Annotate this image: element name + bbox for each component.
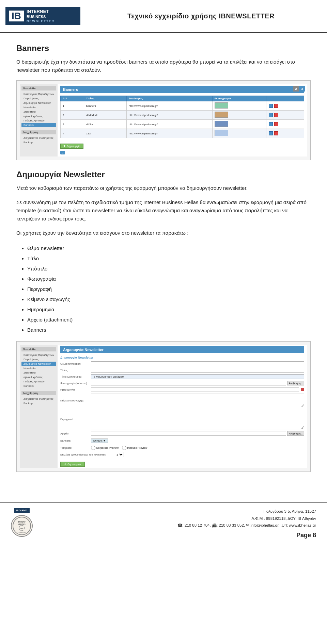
- field-date: Ημερομηνία:: [60, 387, 304, 392]
- logo-text: INTERNET BUSINESS NEWSLETTER: [27, 9, 54, 23]
- sidebar-item2-recipients[interactable]: Παραλήπτες: [21, 357, 56, 362]
- create-icon: ✚: [64, 463, 66, 466]
- input-title[interactable]: [91, 368, 304, 373]
- input-title2[interactable]: [91, 374, 304, 379]
- sidebar-item2-backup[interactable]: Backup: [21, 401, 56, 406]
- newsletter-screenshot: Newsletter Κατηγορίας Παραλήπτων Παραλήπ…: [16, 341, 311, 472]
- sidebar-item-create-newsletter[interactable]: Δημιουργία Newsletter: [21, 101, 56, 105]
- banners-add-area: ✚ Δημιουργία: [60, 141, 304, 149]
- file-search-btn[interactable]: Αναζήτηση...: [287, 431, 304, 436]
- delete-btn[interactable]: [274, 104, 278, 108]
- sidebar-item-opinions[interactable]: Γνώμες Χρηστών: [21, 118, 56, 123]
- input-date[interactable]: [91, 387, 299, 392]
- newsletter-details: Σε συνεννόηση με τον πελάτη το σχεδιαστι…: [16, 198, 311, 223]
- page-number: Page 8: [41, 532, 316, 539]
- list-item: Περιγραφή: [27, 284, 311, 294]
- sidebar-item-admins[interactable]: Διαχειριστές συστήματος: [21, 136, 56, 140]
- sidebar-item-categories[interactable]: Κατηγορίας Παραλήπτων: [21, 92, 56, 96]
- sidebar-manage-group: Διαχείρηση: [21, 130, 56, 134]
- label-file: Αρχείο:: [60, 432, 91, 435]
- footer: ISO 9001 BUREAU VERITAS 1828 Certificati…: [0, 502, 327, 542]
- footer-contact-block: Πολυγύρου 3-5, Αθήνα, 11527 Α.Φ.Μ : 9981…: [41, 508, 316, 539]
- svg-text:VERITAS: VERITAS: [18, 523, 26, 525]
- page-num[interactable]: 1: [60, 151, 65, 154]
- delete-btn[interactable]: [274, 122, 278, 126]
- list-item: Ημερομηνία: [27, 304, 311, 315]
- create-newsletter-btn[interactable]: ✚ Δημιουργία: [60, 462, 85, 467]
- newsletter-features-list: Θέμα newsletter Τίτλο Υπότιτλο Φωτογραφί…: [16, 243, 311, 335]
- label-num-articles: Επιλέξτε αριθμό άρθρων του newsletter:: [60, 453, 115, 456]
- edit-btn[interactable]: [269, 122, 273, 126]
- sidebar-item2-newsletter[interactable]: Newsletter: [21, 366, 56, 370]
- logo: IB INTERNET BUSINESS NEWSLETTER: [5, 7, 80, 26]
- sidebar-item2-categories[interactable]: Κατηγορίας Παραλήπτων: [21, 353, 56, 357]
- sidebar-item-newsletter[interactable]: Newsletter: [21, 105, 56, 110]
- cell-img: [212, 111, 266, 120]
- field-banners: Banners: Επιλέξτε ▼: [60, 437, 304, 444]
- photo-search-btn[interactable]: Αναζήτηση...: [287, 381, 304, 385]
- select-num-articles[interactable]: 1 2 3: [115, 452, 124, 457]
- cell-title: 113: [84, 129, 126, 138]
- footer-logos: ISO 9001 BUREAU VERITAS 1828 Certificati…: [11, 508, 33, 537]
- banners-mock-sidebar: Newsletter Κατηγορίας Παραλήπτων Παραλήπ…: [20, 84, 58, 156]
- banners-select-group: Επιλέξτε ▼: [91, 437, 108, 444]
- banners-table: A/A Τίτλος Σύνδεσμος Φωτογραφία 1 banner…: [60, 96, 304, 138]
- svg-text:1828: 1828: [20, 528, 24, 529]
- add-banner-btn[interactable]: ✚ Δημιουργία: [60, 144, 83, 149]
- sidebar-item2-admins[interactable]: Διαχειριστές συστήματος: [21, 397, 56, 401]
- sidebar-item-optout[interactable]: opt-out χρήστες: [21, 114, 56, 118]
- sidebar-item2-banners[interactable]: Banners: [21, 384, 56, 388]
- sidebar-item-banners[interactable]: Banners: [21, 123, 56, 127]
- banners-mock-main: Banners A/A Τίτλος Σύνδεσμος Φωτογραφία: [58, 84, 307, 156]
- field-title2: Τίτλος2(Inhouse):: [60, 374, 304, 379]
- header: IB INTERNET BUSINESS NEWSLETTER Τεχνικό …: [0, 0, 327, 33]
- delete-btn[interactable]: [274, 113, 278, 117]
- label-intro-text: Κείμενο εισαγωγής:: [60, 399, 91, 402]
- cell-link: http://www.elpedison.gr/: [126, 120, 212, 129]
- banners-mock-main-wrapper: 2 3 Banners A/A Τίτλος Σύνδεσμος Φωτογρα…: [58, 84, 307, 156]
- banners-section-title: Banners: [16, 44, 311, 53]
- delete-btn[interactable]: [274, 131, 278, 135]
- cell-title: dddddddd: [84, 111, 126, 120]
- sidebar-item-stats[interactable]: Στατιστικά: [21, 110, 56, 114]
- sidebar-item2-stats[interactable]: Στατιστικά: [21, 370, 56, 375]
- field-description: Περιγραφή:: [60, 409, 304, 429]
- sidebar-item2-opinions[interactable]: Γνώμες Χρηστών: [21, 379, 56, 384]
- radio-inhouse-input[interactable]: [122, 446, 126, 450]
- edit-btn[interactable]: [269, 113, 273, 117]
- input-theme[interactable]: [91, 361, 304, 366]
- pagination: 1: [60, 151, 304, 154]
- sidebar-item-backup[interactable]: Backup: [21, 140, 56, 145]
- file-input-group: Αναζήτηση...: [91, 431, 304, 436]
- textarea-intro[interactable]: [91, 394, 304, 407]
- table-row: 4 113 http://www.elpedison.gr/: [61, 129, 304, 138]
- input-photo[interactable]: [91, 381, 286, 385]
- sidebar-item2-create[interactable]: Δημιουργία Newsletter: [21, 362, 56, 366]
- table-row: 3 dfr3lv http://www.elpedison.gr/: [61, 120, 304, 129]
- input-file[interactable]: [91, 431, 286, 436]
- label-title2: Τίτλος2(Inhouse):: [60, 375, 91, 378]
- field-photo: Φωτογραφία(Inhouse): Αναζήτηση...: [60, 381, 304, 385]
- calendar-icon[interactable]: [301, 388, 304, 391]
- textarea-description[interactable]: [91, 409, 304, 429]
- edit-btn[interactable]: [269, 104, 273, 108]
- logo-ib: IB: [9, 11, 24, 21]
- edit-btn[interactable]: [269, 131, 273, 135]
- sidebar-group-newsletter: Newsletter: [21, 86, 56, 90]
- template-radio-group: Corporate Preview Inhouse Preview: [91, 446, 147, 450]
- radio-inhouse[interactable]: Inhouse Preview: [122, 446, 147, 450]
- list-item: Φωτογραφία: [27, 274, 311, 284]
- logo-newsletter: NEWSLETTER: [27, 19, 54, 23]
- radio-corporate[interactable]: Corporate Preview: [91, 446, 119, 450]
- list-item: Αρχείο (attachment): [27, 315, 311, 325]
- radio-corporate-input[interactable]: [91, 446, 95, 450]
- banners-select-btn[interactable]: Επιλέξτε ▼: [91, 439, 108, 443]
- col-aa: A/A: [61, 96, 84, 101]
- bureau-inner: BUREAU VERITAS 1828 Certification: [13, 517, 31, 535]
- sidebar-item2-optout[interactable]: opt-out χρήστες: [21, 375, 56, 379]
- sidebar-item-recipients[interactable]: Παραλήπτες: [21, 96, 56, 101]
- cell-aa: 1: [61, 101, 84, 111]
- cell-link: http://www.elpedison.gr/: [126, 111, 212, 120]
- table-row: 1 banner1 http://www.elpedison.gr/: [61, 101, 304, 111]
- cell-title: dfr3lv: [84, 120, 126, 129]
